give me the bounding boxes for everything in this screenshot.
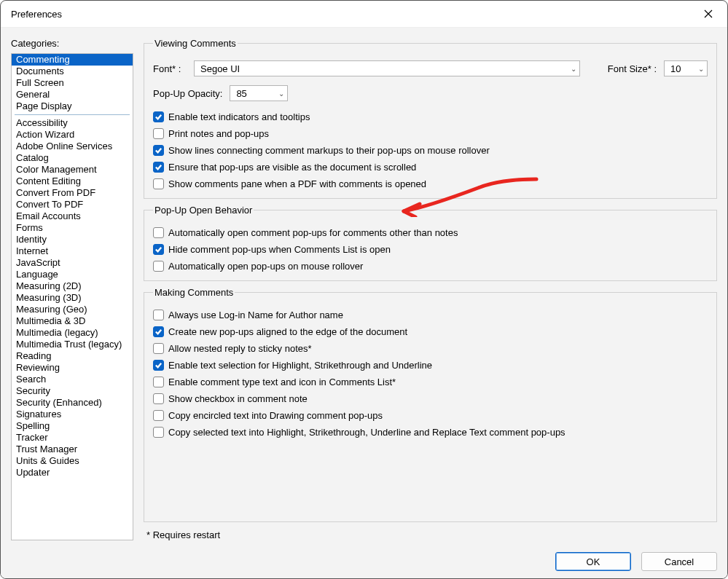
category-item[interactable]: Color Management	[12, 164, 133, 176]
category-item[interactable]: Convert To PDF	[12, 199, 133, 210]
checkbox[interactable]	[153, 261, 164, 272]
category-item[interactable]: Page Display	[12, 101, 133, 112]
category-item[interactable]: Language	[12, 269, 133, 280]
category-item[interactable]: Measuring (3D)	[12, 292, 133, 304]
checkbox[interactable]	[153, 377, 164, 387]
category-item[interactable]: Security	[12, 385, 133, 397]
popup-opacity-select[interactable]: 85 ⌄	[230, 85, 288, 101]
checkbox[interactable]	[153, 326, 164, 337]
dialog-buttons: OK Cancel	[11, 540, 717, 571]
category-item[interactable]: Forms	[12, 222, 133, 234]
option-row: Create new pop-ups aligned to the edge o…	[153, 326, 708, 337]
font-size-label: Font Size* :	[599, 63, 657, 74]
popup-opacity-label: Pop-Up Opacity:	[153, 88, 222, 99]
category-item[interactable]: Measuring (2D)	[12, 280, 133, 292]
option-label: Create new pop-ups aligned to the edge o…	[168, 326, 407, 337]
option-label: Enable text selection for Highlight, Str…	[168, 360, 432, 371]
titlebar: Preferences	[1, 1, 727, 28]
chevron-down-icon: ⌄	[571, 65, 576, 73]
option-row: Print notes and pop-ups	[153, 128, 708, 139]
section-viewing-comments: Viewing Comments Font* : Segoe UI ⌄ Font…	[144, 38, 717, 199]
font-select[interactable]: Segoe UI ⌄	[194, 60, 580, 76]
category-item[interactable]: Spelling	[12, 420, 133, 432]
category-item[interactable]: Catalog	[12, 152, 133, 164]
category-item[interactable]: General	[12, 89, 133, 101]
category-item[interactable]: Identity	[12, 234, 133, 245]
close-button[interactable]	[697, 5, 720, 23]
option-row: Enable text indicators and tooltips	[153, 111, 708, 122]
checkbox[interactable]	[153, 427, 164, 438]
ok-button[interactable]: OK	[555, 552, 631, 571]
category-item[interactable]: Multimedia Trust (legacy)	[12, 339, 133, 350]
section-legend: Pop-Up Open Behavior	[153, 205, 254, 216]
option-label: Show comments pane when a PDF with comme…	[168, 178, 426, 189]
category-item[interactable]: Security (Enhanced)	[12, 397, 133, 409]
option-label: Show checkbox in comment note	[168, 393, 308, 404]
category-item[interactable]: Updater	[12, 467, 133, 478]
category-item[interactable]: Adobe Online Services	[12, 141, 133, 152]
category-item[interactable]: Multimedia & 3D	[12, 315, 133, 327]
option-row: Enable text selection for Highlight, Str…	[153, 360, 708, 371]
category-item[interactable]: Reviewing	[12, 362, 133, 374]
category-item[interactable]: Accessibility	[12, 117, 133, 129]
option-label: Copy selected text into Highlight, Strik…	[168, 427, 565, 438]
category-item[interactable]: Email Accounts	[12, 210, 133, 222]
option-row: Automatically open comment pop-ups for c…	[153, 227, 708, 238]
category-item[interactable]: Search	[12, 374, 133, 385]
restart-note: * Requires restart	[144, 529, 717, 540]
option-row: Show lines connecting comment markups to…	[153, 145, 708, 156]
checkbox[interactable]	[153, 393, 164, 404]
option-row: Copy encircled text into Drawing comment…	[153, 410, 708, 421]
categories-list[interactable]: CommentingDocumentsFull ScreenGeneralPag…	[11, 53, 133, 540]
option-label: Allow nested reply to sticky notes*	[168, 343, 312, 354]
checkbox[interactable]	[153, 244, 164, 255]
category-item[interactable]: Reading	[12, 350, 133, 362]
checkbox[interactable]	[153, 360, 164, 371]
font-select-value: Segoe UI	[200, 63, 240, 74]
section-legend: Making Comments	[153, 287, 235, 298]
category-item[interactable]: Full Screen	[12, 77, 133, 89]
checkbox[interactable]	[153, 227, 164, 238]
section-legend: Viewing Comments	[153, 38, 238, 49]
category-item[interactable]: Internet	[12, 245, 133, 257]
checkbox[interactable]	[153, 178, 164, 189]
category-item[interactable]: Content Editing	[12, 176, 133, 187]
category-item[interactable]: Trust Manager	[12, 444, 133, 455]
categories-label: Categories:	[11, 38, 133, 49]
font-size-select[interactable]: 10 ⌄	[664, 60, 708, 76]
font-size-value: 10	[670, 63, 681, 74]
category-item[interactable]: JavaScript	[12, 257, 133, 269]
option-label: Copy encircled text into Drawing comment…	[168, 410, 383, 421]
category-item[interactable]: Units & Guides	[12, 455, 133, 467]
checkbox[interactable]	[153, 145, 164, 156]
category-item[interactable]: Multimedia (legacy)	[12, 327, 133, 339]
checkbox[interactable]	[153, 128, 164, 139]
category-item[interactable]: Commenting	[12, 54, 133, 66]
category-item[interactable]: Action Wizard	[12, 129, 133, 141]
close-icon	[704, 9, 713, 18]
cancel-button[interactable]: Cancel	[641, 552, 717, 571]
option-row: Enable comment type text and icon in Com…	[153, 377, 708, 387]
checkbox[interactable]	[153, 410, 164, 421]
preferences-dialog: Preferences Categories: CommentingDocume…	[0, 0, 728, 579]
section-popup-behavior: Pop-Up Open Behavior Automatically open …	[144, 205, 717, 281]
checkbox[interactable]	[153, 111, 164, 122]
checkbox[interactable]	[153, 162, 164, 173]
window-title: Preferences	[11, 9, 62, 20]
category-item[interactable]: Tracker	[12, 432, 133, 444]
option-row: Copy selected text into Highlight, Strik…	[153, 427, 708, 438]
option-label: Always use Log-in Name for Author name	[168, 310, 343, 320]
checkbox[interactable]	[153, 343, 164, 354]
checkbox[interactable]	[153, 310, 164, 320]
font-label: Font* :	[153, 63, 187, 74]
category-item[interactable]: Documents	[12, 66, 133, 77]
chevron-down-icon: ⌄	[698, 65, 704, 73]
option-label: Hide comment pop-ups when Comments List …	[168, 244, 391, 255]
option-label: Automatically open comment pop-ups for c…	[168, 227, 458, 238]
popup-opacity-value: 85	[236, 88, 246, 99]
category-item[interactable]: Measuring (Geo)	[12, 304, 133, 315]
cancel-button-label: Cancel	[665, 556, 694, 567]
chevron-down-icon: ⌄	[278, 90, 284, 98]
category-item[interactable]: Convert From PDF	[12, 187, 133, 199]
category-item[interactable]: Signatures	[12, 409, 133, 420]
